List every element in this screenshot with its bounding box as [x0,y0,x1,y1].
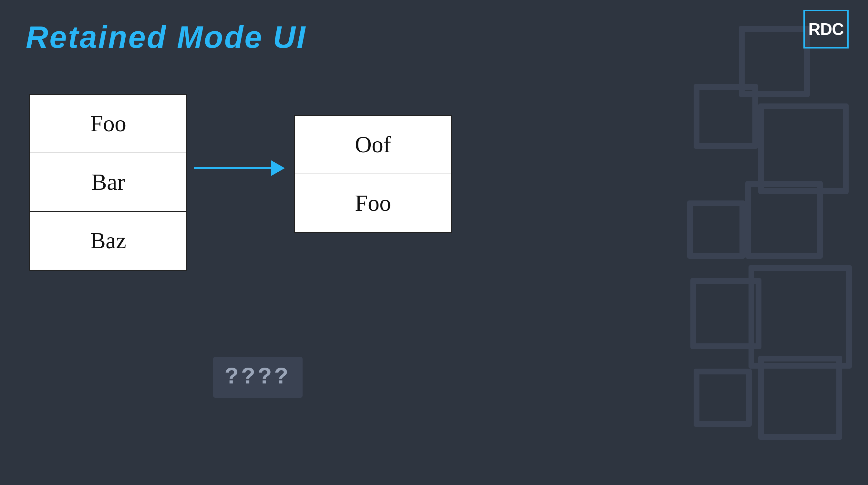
arrow-head [271,160,285,176]
left-list-box: Foo Bar Baz [29,94,187,270]
list-item: Oof [295,116,451,174]
background-decoration [674,0,868,485]
bg-square [748,265,852,369]
question-badge: ???? [213,357,303,398]
right-list-box: Oof Foo [294,115,452,233]
arrow [194,159,287,178]
bg-square [745,181,823,259]
bg-square [758,356,842,440]
rdc-logo-text: RDC [808,20,844,39]
rdc-logo: RDC [803,10,848,49]
arrow-line [194,167,271,169]
list-item: Baz [30,212,186,270]
list-item: Foo [295,174,451,232]
bg-square [693,84,758,149]
list-item: Foo [30,95,186,153]
bg-square [739,26,810,97]
page-title: Retained Mode UI [26,20,306,55]
bg-square [693,369,752,427]
bg-square [690,278,762,349]
question-text: ???? [225,364,291,391]
bg-square [687,200,745,259]
list-item: Bar [30,153,186,212]
bg-square [758,104,848,194]
